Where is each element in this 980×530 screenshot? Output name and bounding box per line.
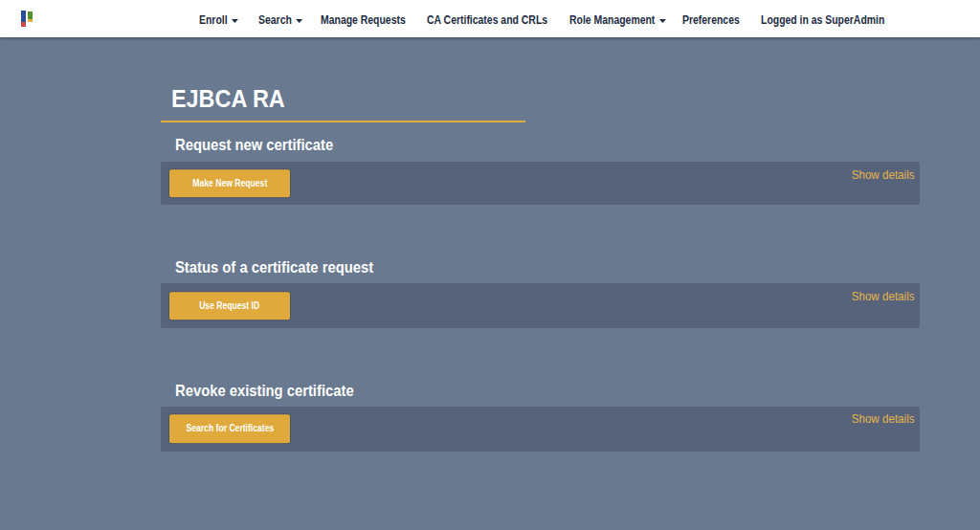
show-details-link[interactable]: Show details bbox=[841, 289, 915, 304]
section-heading-revoke-certificate: Revoke existing certificate bbox=[175, 383, 380, 399]
show-details-link[interactable]: Show details bbox=[841, 167, 915, 183]
use-request-id-button[interactable]: Use Request ID bbox=[168, 291, 291, 321]
nav-item-search[interactable]: Search bbox=[258, 0, 309, 37]
navbar: Enroll Search Manage Requests CA Certifi… bbox=[0, 0, 980, 37]
panel-revoke-certificate: Search for Certificates Show details bbox=[161, 407, 920, 452]
section-heading-request-new-certificate: Request new certificate bbox=[175, 137, 357, 153]
nav-item-preferences-label: Preferences bbox=[682, 13, 740, 27]
logo-bar-red bbox=[21, 22, 26, 28]
caret-down-icon bbox=[232, 19, 238, 23]
nav-item-logged-in-as-superadmin[interactable]: Logged in as SuperAdmin bbox=[761, 0, 903, 37]
nav-item-logged-in-label: Logged in as SuperAdmin bbox=[761, 13, 884, 27]
logo-bar-blue bbox=[21, 11, 26, 22]
page-title: EJBCA RA bbox=[171, 86, 298, 111]
search-for-certificates-button[interactable]: Search for Certificates bbox=[168, 413, 291, 444]
section-heading-status-of-request: Status of a certificate request bbox=[175, 259, 403, 276]
nav-item-manage-requests-label: Manage Requests bbox=[321, 13, 406, 27]
nav-item-preferences[interactable]: Preferences bbox=[682, 0, 748, 37]
panel-status-of-request: Use Request ID Show details bbox=[161, 283, 920, 328]
nav-item-role-management-label: Role Management bbox=[569, 13, 655, 27]
show-details-link[interactable]: Show details bbox=[841, 411, 915, 427]
logo-bar-green bbox=[28, 11, 33, 19]
panel-request-new-certificate: Make New Request Show details bbox=[161, 162, 920, 205]
nav-item-role-management[interactable]: Role Management bbox=[569, 0, 680, 37]
nav-item-ca-certificates-label: CA Certificates and CRLs bbox=[427, 13, 547, 27]
nav-item-enroll[interactable]: Enroll bbox=[199, 0, 244, 37]
nav-item-manage-requests[interactable]: Manage Requests bbox=[321, 0, 418, 37]
make-new-request-button[interactable]: Make New Request bbox=[168, 168, 291, 199]
nav-item-ca-certificates-and-crls[interactable]: CA Certificates and CRLs bbox=[427, 0, 566, 37]
nav-item-search-label: Search bbox=[258, 13, 292, 27]
caret-down-icon bbox=[659, 19, 666, 23]
title-underline bbox=[161, 121, 525, 123]
logo-bar-gold bbox=[28, 19, 33, 23]
ejbca-logo-icon bbox=[21, 11, 33, 27]
nav-item-enroll-label: Enroll bbox=[199, 13, 228, 27]
caret-down-icon bbox=[296, 19, 302, 23]
